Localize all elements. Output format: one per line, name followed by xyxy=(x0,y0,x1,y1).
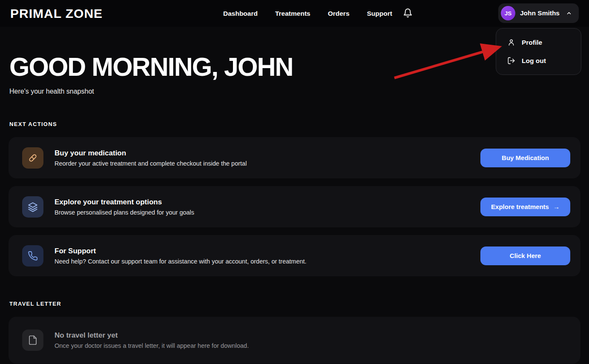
menu-item-logout[interactable]: Log out xyxy=(496,52,581,69)
nav-item-support[interactable]: Support xyxy=(367,10,392,17)
action-card-buy-medication: Buy your medication Reorder your active … xyxy=(9,137,580,178)
next-actions-list: Buy your medication Reorder your active … xyxy=(9,137,580,276)
chevron-up-icon xyxy=(566,10,572,16)
menu-item-label: Profile xyxy=(522,39,542,46)
card-description: Browse personalised plans designed for y… xyxy=(55,209,480,216)
avatar: JS xyxy=(501,6,515,20)
menu-item-label: Log out xyxy=(522,57,546,65)
card-description: Reorder your active treatment and comple… xyxy=(55,160,480,167)
logout-icon xyxy=(507,57,515,65)
top-nav-bar: PRIMAL ZONE Dashboard Treatments Orders … xyxy=(0,0,589,27)
action-card-support: For Support Need help? Contact our suppo… xyxy=(9,235,580,276)
buy-medication-button[interactable]: Buy Medication xyxy=(480,149,570,167)
card-title: For Support xyxy=(55,247,480,255)
page-subtitle: Here's your health snapshot xyxy=(9,88,580,95)
travel-letter-empty-card: No travel letter yet Once your doctor is… xyxy=(9,317,580,364)
layers-icon xyxy=(22,196,43,218)
bell-icon xyxy=(403,8,413,18)
nav-item-dashboard[interactable]: Dashboard xyxy=(223,10,258,17)
nav-item-orders[interactable]: Orders xyxy=(328,10,350,17)
main-content: GOOD MORNING, JOHN Here's your health sn… xyxy=(0,53,589,364)
card-title: Explore your treatment options xyxy=(55,198,480,206)
support-click-here-button[interactable]: Click Here xyxy=(480,246,570,265)
person-icon xyxy=(507,38,515,46)
menu-item-profile[interactable]: Profile xyxy=(496,34,581,51)
pill-icon xyxy=(22,147,43,169)
page-title: GOOD MORNING, JOHN xyxy=(9,53,580,80)
card-title: Buy your medication xyxy=(55,149,480,158)
phone-icon xyxy=(22,245,43,267)
card-description: Need help? Contact our support team for … xyxy=(55,258,480,265)
action-card-explore-treatments: Explore your treatment options Browse pe… xyxy=(9,186,580,227)
brand-logo: PRIMAL ZONE xyxy=(10,6,103,21)
arrow-right-icon: → xyxy=(553,203,560,210)
card-description: Once your doctor issues a travel letter,… xyxy=(55,342,570,349)
user-menu-trigger[interactable]: JS John Smiths xyxy=(498,3,579,23)
user-dropdown-menu: Profile Log out xyxy=(496,28,581,75)
notifications-bell-button[interactable] xyxy=(402,7,414,19)
section-label-next-actions: NEXT ACTIONS xyxy=(9,121,580,127)
document-icon xyxy=(22,330,43,351)
nav-item-treatments[interactable]: Treatments xyxy=(275,10,310,17)
user-name: John Smiths xyxy=(520,9,560,17)
card-title: No travel letter yet xyxy=(55,331,570,340)
explore-treatments-button[interactable]: Explore treatments → xyxy=(480,198,570,216)
main-nav: Dashboard Treatments Orders Support xyxy=(223,10,392,17)
section-label-travel-letter: TRAVEL LETTER xyxy=(9,301,580,307)
